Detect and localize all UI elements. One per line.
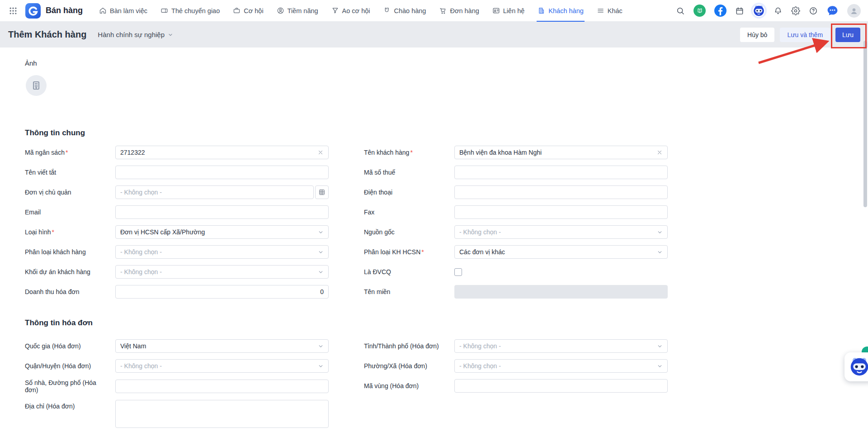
field-tinh-thanh-pho-hoa-don-select[interactable]: - Không chọn -	[454, 339, 668, 353]
field-phan-loai-kh-hcsn-select[interactable]: Các đơn vị khác	[454, 245, 668, 259]
chevron-down-icon	[657, 229, 663, 235]
field-phuong-xa-hoa-don-select[interactable]: - Không chọn -	[454, 359, 668, 373]
field-label: Loại hình*	[25, 228, 115, 236]
gear-icon[interactable]	[791, 6, 800, 15]
chevron-down-icon	[657, 343, 663, 349]
field-label: Quận/Huyện (Hóa đơn)	[25, 362, 115, 370]
briefcase-icon	[233, 7, 241, 14]
nav-item-label: Cơ hội	[244, 7, 263, 14]
field-label: Đơn vị chủ quản	[25, 189, 115, 196]
help-icon[interactable]	[809, 6, 818, 15]
field-row-doanh-thu-hoa-don: Doanh thu hóa đơn0	[25, 285, 329, 299]
chevron-down-icon	[318, 269, 324, 275]
field-value: 0	[320, 288, 324, 295]
form-content: Ảnh Thông tin chungMã ngân sách*2712322T…	[0, 59, 868, 432]
id-card-icon	[492, 7, 500, 14]
nav-item-co-hoi[interactable]: Cơ hội	[233, 0, 263, 22]
field-row-la-dvcq: Là ĐVCQ	[364, 265, 668, 279]
field-don-vi-chu-quan-input[interactable]: - Không chọn -	[115, 185, 314, 199]
nav-item-khach-hang[interactable]: Khách hàng	[538, 0, 583, 22]
home-icon	[99, 7, 107, 14]
assistant-icon[interactable]	[753, 5, 765, 17]
field-fax-input[interactable]	[454, 205, 668, 219]
ai-assistant-widget[interactable]	[844, 352, 868, 381]
app-title: Bán hàng	[46, 6, 83, 15]
vertical-scrollbar[interactable]	[863, 41, 867, 207]
field-ten-mien-input	[454, 285, 668, 299]
field-dien-thoai-input[interactable]	[454, 185, 668, 199]
chat-icon[interactable]	[826, 5, 839, 17]
field-ten-viet-tat-input[interactable]	[115, 166, 329, 179]
save-and-add-button[interactable]: Lưu và thêm	[780, 28, 830, 42]
field-label: Số nhà, Đường phố (Hóa đơn)	[25, 379, 115, 394]
field-label: Tên miền	[364, 288, 454, 295]
field-doanh-thu-hoa-don-input[interactable]: 0	[115, 285, 329, 299]
chevron-down-icon	[318, 343, 324, 349]
nav-item-ao-co-hoi[interactable]: Ao cơ hội	[331, 0, 370, 22]
guide-icon[interactable]	[693, 5, 706, 17]
nav-item-tiem-nang[interactable]: Tiềm năng	[277, 0, 318, 22]
building-icon	[538, 7, 545, 14]
field-value: Các đơn vị khác	[459, 248, 505, 256]
field-ten-khach-hang-input[interactable]: Bệnh viện đa khoa Hàm Nghi	[454, 146, 668, 159]
cancel-button[interactable]: Hủy bỏ	[740, 28, 774, 42]
field-don-vi-chu-quan-picker-button[interactable]	[315, 185, 329, 199]
chevron-down-icon	[318, 249, 324, 255]
search-icon[interactable]	[676, 6, 685, 15]
field-label: Doanh thu hóa đơn	[25, 288, 115, 295]
clear-icon[interactable]	[656, 149, 663, 156]
cart-icon	[439, 7, 447, 14]
field-quan-huyen-hoa-don-select[interactable]: - Không chọn -	[115, 359, 329, 373]
field-row-email: Email	[25, 205, 329, 219]
avatar[interactable]	[847, 4, 861, 18]
required-asterisk: *	[52, 228, 54, 236]
field-ma-ngan-sach-input[interactable]: 2712322	[115, 146, 329, 159]
menu-icon	[597, 7, 604, 14]
nav-item-don-hang[interactable]: Đơn hàng	[439, 0, 479, 22]
field-quoc-gia-hoa-don-select[interactable]: Việt Nam	[115, 339, 329, 353]
photo-upload-placeholder[interactable]	[26, 75, 47, 96]
save-button[interactable]: Lưu	[835, 28, 860, 42]
calendar-icon[interactable]	[735, 6, 744, 15]
field-ma-so-thue-input[interactable]	[454, 166, 668, 179]
clear-icon[interactable]	[317, 149, 324, 156]
robot-assistant-icon	[849, 357, 868, 377]
field-nguon-goc-select[interactable]: - Không chọn -	[454, 225, 668, 239]
field-khoi-du-an-khach-hang-select[interactable]: - Không chọn -	[115, 265, 329, 279]
field-row-dien-thoai: Điện thoại	[364, 185, 668, 199]
app-launcher-icon[interactable]	[5, 3, 21, 19]
nav-item-ban-lam-viec[interactable]: Bàn làm việc	[99, 0, 147, 22]
field-label: Địa chỉ (Hóa đơn)	[25, 400, 115, 410]
form-column-left: Mã ngân sách*2712322Tên viết tắtĐơn vị c…	[25, 146, 329, 305]
field-label: Khối dự án khách hàng	[25, 268, 115, 275]
field-row-ten-viet-tat: Tên viết tắt	[25, 166, 329, 179]
field-label: Mã số thuế	[364, 169, 454, 176]
field-email-input[interactable]	[115, 205, 329, 219]
field-la-dvcq-checkbox[interactable]	[454, 268, 462, 276]
nav-menu: Bàn làm việcThẻ chuyển giaoCơ hộiTiềm nă…	[99, 0, 623, 22]
nav-item-label: Khách hàng	[548, 7, 583, 14]
field-label: Nguồn gốc	[364, 228, 454, 236]
nav-item-khac[interactable]: Khác	[597, 0, 623, 22]
field-phan-loai-khach-hang-select[interactable]: - Không chọn -	[115, 245, 329, 259]
bell-icon[interactable]	[774, 6, 783, 15]
required-asterisk: *	[66, 149, 68, 156]
field-dia-chi-hoa-don-textarea[interactable]	[115, 400, 329, 428]
nav-item-lien-he[interactable]: Liên hệ	[492, 0, 525, 22]
page-title: Thêm Khách hàng	[8, 29, 86, 40]
field-row-ma-so-thue: Mã số thuế	[364, 166, 668, 179]
field-placeholder: - Không chọn -	[459, 342, 501, 350]
field-ma-vung-hoa-don-input[interactable]	[454, 379, 668, 393]
field-label: Quốc gia (Hóa đơn)	[25, 342, 115, 350]
field-loai-hinh-select[interactable]: Đơn vị HCSN cấp Xã/Phường	[115, 225, 329, 239]
layout-selector[interactable]: Hành chính sự nghiệp	[98, 31, 173, 38]
nav-item-chao-hang[interactable]: Chào hàng	[383, 0, 426, 22]
nav-item-the-chuyen-giao[interactable]: Thẻ chuyển giao	[160, 0, 220, 22]
field-value: Đơn vị HCSN cấp Xã/Phường	[120, 228, 205, 236]
app-logo[interactable]	[25, 3, 41, 19]
field-value: 2712322	[120, 149, 145, 156]
field-so-nha-duong-pho-hoa-don-input[interactable]	[115, 380, 329, 393]
nav-item-label: Khác	[608, 7, 623, 14]
facebook-icon[interactable]	[714, 5, 726, 17]
field-label: Tỉnh/Thành phố (Hóa đơn)	[364, 342, 454, 350]
